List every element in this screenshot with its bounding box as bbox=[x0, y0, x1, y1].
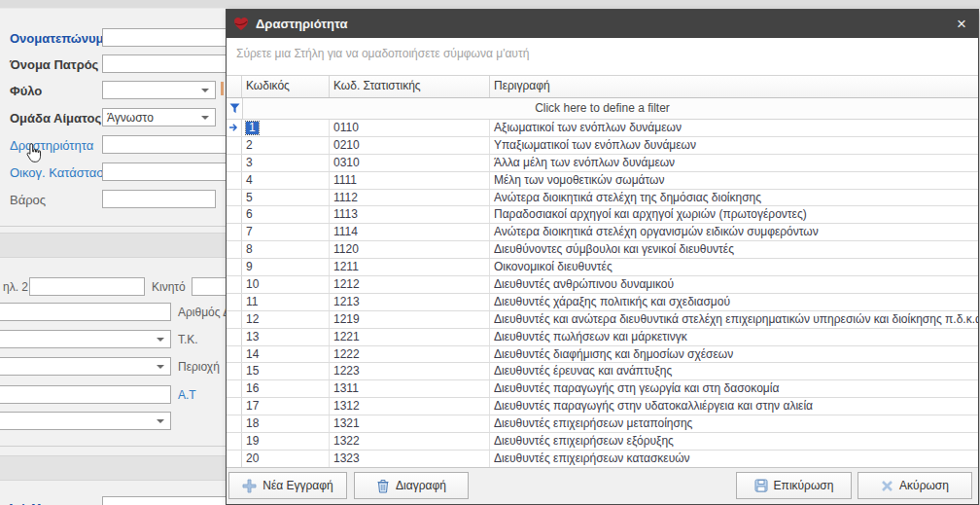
cell-code[interactable]: 12 bbox=[242, 311, 330, 328]
table-row[interactable]: 30310Άλλα μέλη των ενόπλων δυνάμεων bbox=[227, 155, 978, 172]
cell-description[interactable]: Διευθυντές διαφήμισης και δημοσίων σχέσε… bbox=[490, 346, 978, 363]
table-row[interactable]: 101212Διευθυντές ανθρώπινου δυναμικού bbox=[227, 276, 978, 294]
table-row[interactable]: 151223Διευθυντές έρευνας και ανάπτυξης bbox=[227, 363, 978, 380]
cell-description[interactable]: Ανώτερα διοικητικά στελέχη της δημόσιας … bbox=[490, 190, 978, 206]
cell-code[interactable]: 17 bbox=[242, 398, 330, 415]
cell-code[interactable]: 4 bbox=[242, 172, 330, 189]
table-row[interactable]: 41111Μέλη των νομοθετικών σωμάτων bbox=[227, 172, 978, 190]
cell-stat-code[interactable]: 0210 bbox=[330, 137, 490, 154]
cell-description[interactable]: Διευθυντές χάραξης πολιτικής και σχεδιασ… bbox=[490, 294, 978, 310]
cell-stat-code[interactable]: 1211 bbox=[330, 259, 490, 275]
cell-code[interactable]: 9 bbox=[242, 259, 330, 275]
cell-code[interactable]: 16 bbox=[242, 380, 330, 397]
cell-code[interactable]: 13 bbox=[242, 329, 330, 345]
cell-description[interactable]: Διευθύνοντες σύμβουλοι και γενικοί διευθ… bbox=[490, 241, 978, 258]
column-header-code[interactable]: Κωδικός bbox=[242, 76, 330, 97]
table-row[interactable]: 171312Διευθυντές παραγωγής στην υδατοκαλ… bbox=[227, 398, 978, 415]
cell-code[interactable]: 6 bbox=[242, 206, 330, 223]
table-row[interactable]: 161311Διευθυντές παραγωγής στη γεωργία κ… bbox=[227, 380, 978, 398]
cell-code[interactable]: 5 bbox=[242, 190, 330, 206]
table-row[interactable]: 51112Ανώτερα διοικητικά στελέχη της δημό… bbox=[227, 190, 978, 207]
cell-stat-code[interactable]: 0110 bbox=[330, 120, 490, 136]
extra-select[interactable] bbox=[0, 412, 171, 430]
cell-code[interactable]: 14 bbox=[242, 346, 330, 363]
cell-description[interactable]: Αξιωματικοί των ενόπλων δυνάμεων bbox=[490, 120, 978, 136]
cell-stat-code[interactable]: 1212 bbox=[330, 276, 490, 293]
table-row[interactable]: 111213Διευθυντές χάραξης πολιτικής και σ… bbox=[227, 294, 978, 311]
delete-button[interactable]: Διαγραφή bbox=[354, 472, 469, 499]
cell-description[interactable]: Διευθυντές ανθρώπινου δυναμικού bbox=[490, 276, 978, 293]
table-row[interactable]: 61113Παραδοσιακοί αρχηγοί και αρχηγοί χω… bbox=[227, 206, 978, 224]
weight-input[interactable] bbox=[102, 190, 216, 208]
cell-stat-code[interactable]: 1223 bbox=[330, 363, 490, 379]
cell-stat-code[interactable]: 1114 bbox=[330, 224, 490, 240]
gender-select[interactable] bbox=[102, 81, 216, 99]
table-row[interactable]: 141222Διευθυντές διαφήμισης και δημοσίων… bbox=[227, 346, 978, 364]
cell-stat-code[interactable]: 1312 bbox=[330, 398, 490, 415]
close-icon[interactable]: × bbox=[945, 16, 978, 32]
table-row[interactable]: 181321Διευθυντές επιχειρήσεων μεταποίηση… bbox=[227, 415, 978, 433]
cell-description[interactable]: Ανώτερα διοικητικά στελέχη οργανισμών ει… bbox=[490, 224, 978, 240]
column-header-stat[interactable]: Κωδ. Στατιστικής bbox=[330, 76, 490, 97]
cell-stat-code[interactable]: 1321 bbox=[330, 415, 490, 432]
filter-row[interactable]: Click here to define a filter bbox=[227, 98, 978, 120]
cell-description[interactable]: Διευθυντές επιχειρήσεων εξόρυξης bbox=[490, 433, 978, 450]
cell-description[interactable]: Διευθυντές πωλήσεων και μάρκετινγκ bbox=[490, 329, 978, 345]
cell-stat-code[interactable]: 1111 bbox=[330, 172, 490, 189]
cell-description[interactable]: Διευθυντές έρευνας και ανάπτυξης bbox=[490, 363, 978, 379]
at-input[interactable] bbox=[0, 385, 171, 404]
cell-stat-code[interactable]: 1221 bbox=[330, 329, 490, 345]
cell-code[interactable]: 20 bbox=[242, 451, 330, 467]
afm-input[interactable] bbox=[102, 496, 240, 505]
cell-code[interactable]: 19 bbox=[242, 433, 330, 450]
area-select[interactable] bbox=[0, 357, 171, 376]
table-row[interactable]: 131221Διευθυντές πωλήσεων και μάρκετινγκ bbox=[227, 329, 978, 346]
cell-description[interactable]: Οικονομικοί διευθυντές bbox=[490, 259, 978, 275]
confirm-button[interactable]: Επικύρωση bbox=[736, 472, 852, 499]
filter-hint[interactable]: Click here to define a filter bbox=[227, 101, 978, 115]
cell-description[interactable]: Διευθυντές παραγωγής στη γεωργία και στη… bbox=[490, 380, 978, 397]
cell-code[interactable]: 15 bbox=[242, 363, 330, 379]
table-row[interactable]: 201323Διευθυντές επιχειρήσεων κατασκευών bbox=[227, 451, 978, 467]
cell-code[interactable]: 10 bbox=[242, 276, 330, 293]
cell-stat-code[interactable]: 1213 bbox=[330, 294, 490, 310]
cell-stat-code[interactable]: 1120 bbox=[330, 241, 490, 258]
cell-description[interactable]: Διευθυντές επιχειρήσεων μεταποίησης bbox=[490, 415, 978, 432]
cell-stat-code[interactable]: 1222 bbox=[330, 346, 490, 363]
cell-stat-code[interactable]: 1311 bbox=[330, 380, 490, 397]
cell-code[interactable]: 7 bbox=[242, 224, 330, 240]
column-header-desc[interactable]: Περιγραφή bbox=[490, 76, 978, 97]
cell-description[interactable]: Διευθυντές παραγωγής στην υδατοκαλλιέργε… bbox=[490, 398, 978, 415]
dialog-titlebar[interactable]: Δραστηριότητα × bbox=[227, 10, 978, 38]
selected-cell[interactable]: 1 bbox=[246, 122, 259, 134]
cell-description[interactable]: Υπαξιωματικοί των ενόπλων δυνάμεων bbox=[490, 137, 978, 154]
cell-stat-code[interactable]: 1323 bbox=[330, 451, 490, 467]
cell-stat-code[interactable]: 1322 bbox=[330, 433, 490, 450]
cell-description[interactable]: Διευθυντές και ανώτερα διευθυντικά στελέ… bbox=[490, 311, 978, 328]
table-row[interactable]: 81120Διευθύνοντες σύμβουλοι και γενικοί … bbox=[227, 241, 978, 259]
cell-description[interactable]: Άλλα μέλη των ενόπλων δυνάμεων bbox=[490, 155, 978, 171]
at-link[interactable]: Α.Τ bbox=[178, 388, 196, 402]
cell-code[interactable]: 8 bbox=[242, 241, 330, 258]
cancel-button[interactable]: Ακύρωση bbox=[858, 472, 972, 499]
marital-status-link[interactable]: Οικογ. Κατάσταση bbox=[10, 165, 112, 180]
activity-link[interactable]: Δραστηριότητα bbox=[10, 138, 93, 153]
cell-code[interactable]: 11 bbox=[242, 294, 330, 310]
cell-stat-code[interactable]: 0310 bbox=[330, 155, 490, 171]
cell-stat-code[interactable]: 1219 bbox=[330, 311, 490, 328]
table-row[interactable]: 71114Ανώτερα διοικητικά στελέχη οργανισμ… bbox=[227, 224, 978, 241]
table-row[interactable]: 20210Υπαξιωματικοί των ενόπλων δυνάμεων bbox=[227, 137, 978, 155]
cell-code[interactable]: 1 bbox=[242, 120, 330, 136]
table-row[interactable]: 10110Αξιωματικοί των ενόπλων δυνάμεων bbox=[227, 120, 978, 137]
table-row[interactable]: 91211Οικονομικοί διευθυντές bbox=[227, 259, 978, 276]
new-record-button[interactable]: Νέα Εγγραφή bbox=[228, 472, 347, 499]
postal-code-select[interactable] bbox=[0, 330, 171, 348]
cell-code[interactable]: 2 bbox=[242, 137, 330, 154]
cell-code[interactable]: 3 bbox=[242, 155, 330, 171]
cell-stat-code[interactable]: 1113 bbox=[330, 206, 490, 223]
cell-description[interactable]: Διευθυντές επιχειρήσεων κατασκευών bbox=[490, 451, 978, 467]
cell-stat-code[interactable]: 1112 bbox=[330, 190, 490, 206]
table-row[interactable]: 121219Διευθυντές και ανώτερα διευθυντικά… bbox=[227, 311, 978, 329]
cell-description[interactable]: Παραδοσιακοί αρχηγοί και αρχηγοί χωριών … bbox=[490, 206, 978, 223]
group-by-panel[interactable]: Σύρετε μια Στήλη για να ομαδοποιήσετε σύ… bbox=[227, 38, 978, 76]
